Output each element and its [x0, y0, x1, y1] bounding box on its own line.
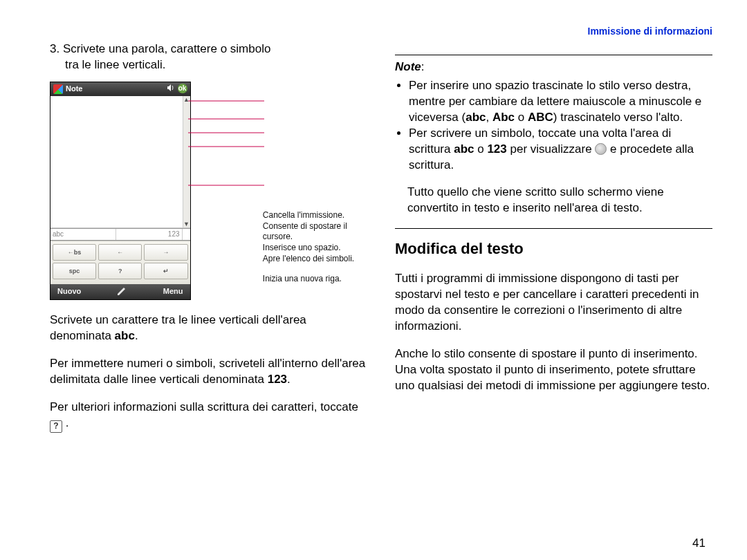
header-section-label: Immissione di informazioni: [395, 25, 712, 38]
callout-5: Inizia una nuova riga.: [263, 274, 367, 283]
app-title: Note: [66, 84, 82, 94]
spc-button: spc: [53, 263, 96, 279]
pen-icon: [116, 286, 129, 298]
right-h-p2: Anche lo stilo consente di spostare il p…: [395, 346, 712, 394]
device-bottombar: Nuovo Menu: [50, 284, 190, 299]
question-button: ?: [98, 263, 142, 279]
callout-4: Apre l'elenco dei simboli.: [263, 254, 367, 263]
step3: 3. Scrivete una parola, carattere o simb…: [50, 41, 367, 73]
callout-connector-lines: [188, 82, 266, 206]
button-block: ←bs ← → spc ? ↵: [50, 241, 190, 284]
after-note: Tutto quello che viene scritto sullo sch…: [407, 185, 712, 216]
right-button: →: [144, 244, 187, 261]
left-column: 3. Scrivete una parola, carattere o simb…: [50, 25, 367, 445]
bs-button: ←bs: [53, 244, 96, 261]
bottom-left-nuovo: Nuovo: [57, 286, 81, 297]
note-bullets: Per inserire uno spazio trascinate lo st…: [395, 78, 712, 174]
left-p1: Scrivete un carattere tra le linee verti…: [50, 312, 367, 344]
input-strip: abc 123: [50, 228, 190, 241]
note-canvas: ▲ ▼: [50, 96, 190, 228]
device-titlebar: Note ok: [50, 82, 190, 96]
note-divider: [395, 55, 712, 55]
note-bullet-2: Per scrivere un simbolo, toccate una vol…: [409, 126, 712, 174]
ok-button: ok: [178, 84, 187, 93]
note-bullet-1: Per inserire uno spazio trascinate lo st…: [409, 78, 712, 126]
bottom-right-menu: Menu: [163, 286, 183, 297]
callout-2: Consente di spostare il cursore.: [263, 221, 367, 241]
right-column: Immissione di informazioni Note: Per ins…: [395, 25, 712, 445]
step3-line2: tra le linee verticali.: [50, 57, 166, 73]
symbol-circle-icon: [595, 143, 607, 155]
note-line: Note:: [395, 59, 712, 75]
step3-line1: 3. Scrivete una parola, carattere o simb…: [50, 42, 270, 55]
callouts: Cancella l'immissione. Consente di spost…: [194, 82, 367, 285]
note-divider-bottom: [395, 228, 712, 229]
strip-abc: abc: [50, 229, 116, 240]
page-number: 41: [692, 536, 706, 550]
question-icon: ?: [50, 420, 62, 433]
volume-icon: [167, 84, 175, 95]
enter-button: ↵: [144, 263, 187, 279]
callout-1: Cancella l'immissione.: [263, 210, 367, 220]
strip-123: 123: [116, 229, 181, 240]
scroll-down-icon: ▼: [183, 221, 190, 227]
left-button: ←: [98, 244, 142, 261]
heading-modifica: Modifica del testo: [395, 239, 712, 259]
device-screenshot-block: Note ok ▲ ▼ abc: [50, 82, 367, 300]
start-flag-icon: [53, 84, 63, 94]
right-h-p1: Tutti i programmi di immissione dispongo…: [395, 271, 712, 335]
device-screenshot: Note ok ▲ ▼ abc: [50, 82, 191, 300]
callout-3: Inserisce uno spazio.: [263, 243, 367, 252]
left-p2: Per immettere numeri o simboli, scrivete…: [50, 356, 367, 388]
left-p3: Per ulteriori informazioni sulla scrittu…: [50, 400, 367, 433]
